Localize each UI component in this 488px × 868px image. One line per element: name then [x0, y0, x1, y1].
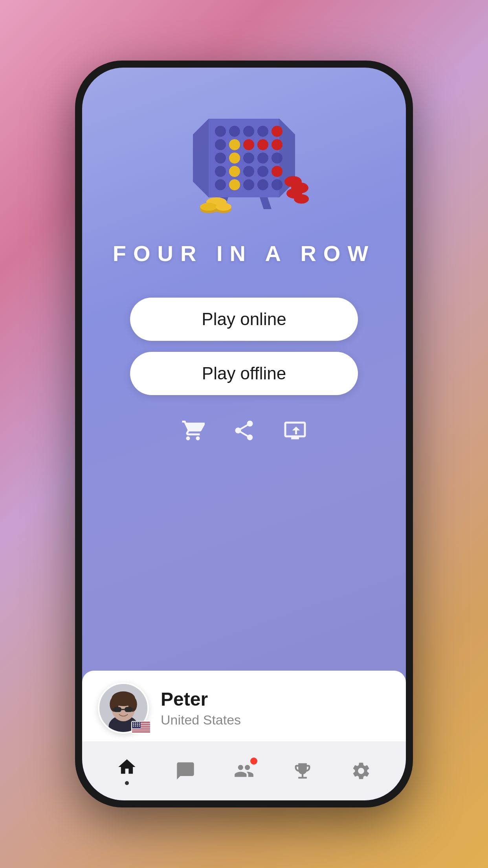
- svg-rect-48: [125, 707, 133, 712]
- svg-point-5: [257, 126, 268, 137]
- cart-button[interactable]: [181, 419, 205, 442]
- svg-point-4: [243, 126, 254, 137]
- svg-point-37: [200, 203, 217, 211]
- svg-point-22: [215, 179, 226, 190]
- nav-settings[interactable]: [343, 757, 379, 785]
- svg-point-62: [137, 723, 138, 723]
- svg-point-69: [135, 726, 136, 726]
- avatar-container: [98, 682, 149, 734]
- tv-button[interactable]: [283, 419, 307, 442]
- svg-point-3: [229, 126, 240, 137]
- phone-screen: FOUR IN A ROW Play online Play offline: [82, 68, 406, 800]
- svg-point-68: [133, 726, 134, 726]
- svg-point-60: [133, 723, 134, 723]
- profile-info: Peter United States: [161, 688, 390, 728]
- svg-point-64: [133, 724, 134, 725]
- svg-point-2: [215, 126, 226, 137]
- bottom-nav: [82, 741, 406, 800]
- svg-rect-47: [114, 707, 122, 712]
- svg-point-16: [272, 153, 283, 164]
- profile-name: Peter: [161, 688, 390, 710]
- nav-friends[interactable]: [226, 757, 262, 785]
- svg-point-39: [216, 203, 231, 211]
- svg-point-13: [229, 153, 240, 164]
- svg-point-6: [272, 126, 283, 137]
- nav-trophy[interactable]: [284, 757, 321, 785]
- svg-rect-56: [132, 728, 151, 729]
- svg-point-65: [135, 724, 136, 725]
- svg-point-25: [257, 179, 268, 190]
- phone-frame: FOUR IN A ROW Play online Play offline: [75, 61, 413, 807]
- svg-point-61: [135, 723, 136, 723]
- home-icon: [117, 757, 137, 777]
- svg-point-9: [243, 139, 254, 150]
- svg-point-11: [272, 139, 283, 150]
- play-online-button[interactable]: Play online: [130, 298, 358, 341]
- svg-point-32: [294, 194, 309, 204]
- svg-point-8: [229, 139, 240, 150]
- svg-point-19: [243, 166, 254, 177]
- svg-point-7: [215, 139, 226, 150]
- svg-point-63: [139, 723, 140, 723]
- share-button[interactable]: [232, 419, 256, 442]
- svg-point-24: [243, 179, 254, 190]
- game-title: FOUR IN A ROW: [113, 241, 375, 266]
- chat-icon: [175, 761, 196, 781]
- tv-icon: [283, 419, 307, 442]
- profile-card: Peter United States: [82, 671, 406, 741]
- svg-point-21: [272, 166, 283, 177]
- play-offline-button[interactable]: Play offline: [130, 352, 358, 395]
- game-illustration: [177, 99, 311, 217]
- icon-row: [181, 419, 307, 442]
- svg-point-67: [139, 724, 140, 725]
- svg-point-23: [229, 179, 240, 190]
- buttons-container: Play online Play offline: [130, 298, 358, 395]
- svg-point-66: [137, 724, 138, 725]
- svg-rect-58: [132, 732, 151, 733]
- trophy-icon: [292, 761, 313, 781]
- nav-home[interactable]: [109, 753, 145, 789]
- svg-marker-28: [260, 197, 272, 209]
- svg-point-20: [257, 166, 268, 177]
- svg-point-26: [272, 179, 283, 190]
- flag-badge: [131, 721, 151, 734]
- svg-point-70: [137, 726, 138, 726]
- svg-point-17: [215, 166, 226, 177]
- svg-point-10: [257, 139, 268, 150]
- svg-point-15: [257, 153, 268, 164]
- friends-badge: [250, 758, 257, 765]
- svg-point-71: [139, 726, 140, 726]
- svg-point-12: [215, 153, 226, 164]
- nav-chat[interactable]: [167, 757, 204, 785]
- share-icon: [232, 419, 256, 442]
- svg-rect-57: [132, 730, 151, 731]
- profile-country: United States: [161, 712, 390, 728]
- nav-active-dot: [125, 781, 129, 785]
- main-content: FOUR IN A ROW Play online Play offline: [82, 68, 406, 671]
- settings-icon: [351, 761, 371, 781]
- svg-point-18: [229, 166, 240, 177]
- svg-point-14: [243, 153, 254, 164]
- cart-icon: [181, 419, 205, 442]
